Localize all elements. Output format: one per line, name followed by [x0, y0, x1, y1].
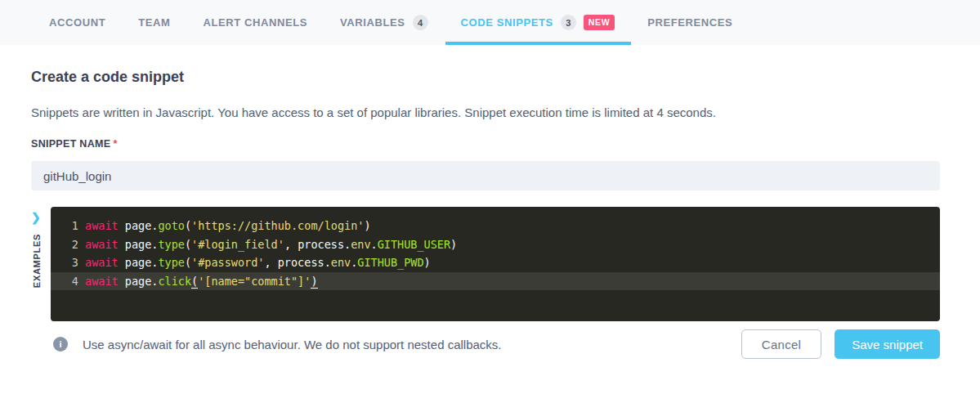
- snippet-name-label: SNIPPET NAME*: [31, 138, 940, 150]
- footer-note-group: i Use async/await for all async behaviou…: [31, 337, 741, 351]
- create-snippet-panel: Create a code snippet Snippets are writt…: [0, 69, 980, 359]
- code-token: , process.: [264, 256, 330, 269]
- tab-count-badge: 3: [561, 15, 576, 30]
- code-token: GITHUB_USER: [378, 238, 450, 251]
- new-badge: NEW: [584, 15, 615, 30]
- footer-bar: i Use async/await for all async behaviou…: [31, 329, 940, 359]
- code-token: click: [158, 275, 191, 288]
- snippet-name-label-text: SNIPPET NAME: [31, 138, 110, 150]
- line-number: 3: [51, 253, 78, 272]
- line-number: 4: [51, 272, 78, 291]
- code-token: (: [185, 238, 191, 251]
- code-token: page.: [119, 219, 159, 232]
- code-token: await: [85, 219, 119, 232]
- code-token: (: [185, 256, 191, 269]
- code-token: type: [158, 238, 185, 251]
- tab-label: ALERT CHANNELS: [203, 16, 307, 29]
- tab-alert-channels[interactable]: ALERT CHANNELS: [203, 0, 307, 45]
- code-token: '[name="commit"]': [198, 275, 311, 288]
- line-number: 2: [51, 235, 78, 254]
- examples-label[interactable]: EXAMPLES: [32, 234, 42, 288]
- code-token: env: [351, 238, 370, 251]
- code-token: ): [424, 256, 431, 269]
- code-token: page.: [119, 256, 159, 269]
- code-token: await: [85, 256, 119, 269]
- tab-account[interactable]: ACCOUNT: [49, 0, 105, 45]
- code-line-4[interactable]: 4await page.click('[name="commit"]'): [51, 272, 940, 291]
- code-token: env: [331, 256, 351, 269]
- code-token: '#login_field': [191, 238, 284, 251]
- page-description: Snippets are written in Javascript. You …: [31, 105, 940, 121]
- footer-note: Use async/await for all async behaviour.…: [83, 338, 502, 351]
- code-token: goto: [158, 219, 185, 232]
- page-title: Create a code snippet: [31, 69, 940, 86]
- tab-label: TEAM: [138, 16, 170, 29]
- code-line-3[interactable]: 3await page.type('#password', process.en…: [51, 253, 940, 272]
- code-token: .: [371, 238, 378, 251]
- line-number: 1: [51, 217, 78, 235]
- code-line-2[interactable]: 2await page.type('#login_field', process…: [51, 235, 940, 254]
- tab-label: VARIABLES: [340, 16, 405, 29]
- info-icon: i: [53, 337, 68, 351]
- code-token: await: [85, 275, 119, 288]
- code-token: await: [85, 238, 119, 251]
- save-snippet-button[interactable]: Save snippet: [835, 329, 940, 359]
- tab-label: PREFERENCES: [647, 16, 732, 29]
- tab-count-badge: 4: [413, 15, 428, 30]
- tab-label: CODE SNIPPETS: [461, 16, 553, 29]
- code-token: (: [191, 275, 198, 289]
- tab-bar: ACCOUNTTEAMALERT CHANNELSVARIABLES4CODE …: [0, 0, 980, 45]
- tab-preferences[interactable]: PREFERENCES: [647, 0, 732, 45]
- code-token: GITHUB_PWD: [357, 256, 423, 269]
- cancel-button[interactable]: Cancel: [741, 329, 822, 359]
- code-token: page.: [119, 275, 159, 288]
- code-token: page.: [119, 238, 159, 251]
- editor-section: EXAMPLES 1await page.goto('https://githu…: [31, 207, 940, 321]
- code-token: ): [311, 275, 317, 289]
- snippet-name-input[interactable]: [31, 161, 940, 190]
- required-marker: *: [113, 138, 117, 150]
- code-token: ): [450, 238, 457, 251]
- examples-sidebar: EXAMPLES: [31, 207, 51, 321]
- code-token: (: [185, 219, 191, 232]
- tab-code-snippets[interactable]: CODE SNIPPETS3NEW: [461, 0, 615, 45]
- tab-variables[interactable]: VARIABLES4: [340, 0, 428, 45]
- code-token: ): [364, 219, 370, 232]
- code-editor[interactable]: 1await page.goto('https://github.com/log…: [51, 207, 940, 321]
- tab-label: ACCOUNT: [49, 16, 105, 29]
- code-token: , process.: [284, 238, 351, 251]
- chevron-right-icon[interactable]: [31, 212, 41, 223]
- code-token: type: [158, 256, 185, 269]
- code-token: 'https://github.com/login': [191, 219, 364, 232]
- code-line-1[interactable]: 1await page.goto('https://github.com/log…: [51, 217, 940, 235]
- code-token: '#password': [191, 256, 264, 269]
- tab-team[interactable]: TEAM: [138, 0, 170, 45]
